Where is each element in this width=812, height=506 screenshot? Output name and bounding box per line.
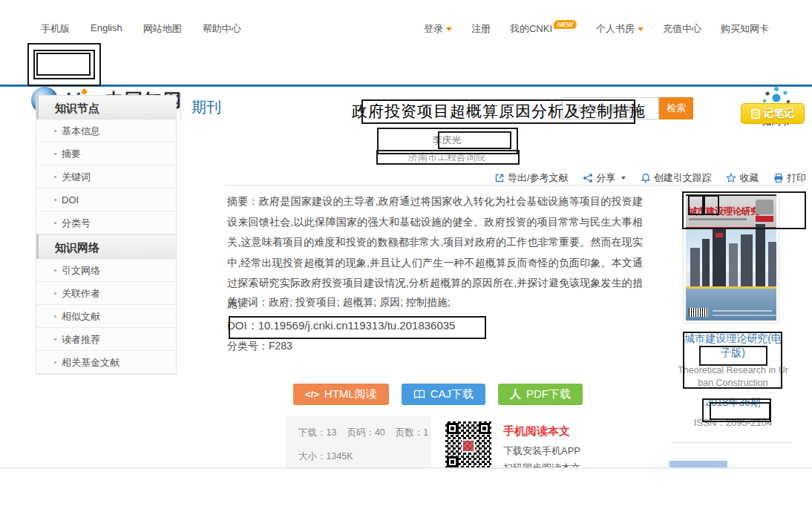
caj-download-button[interactable]: CAJ下载 [402, 384, 485, 405]
site-header: nki 中国知网 cnki.net 期刊 检索 知网节 [0, 41, 812, 85]
citation-alert-link[interactable]: 创建引文跟踪 [641, 171, 712, 185]
nav-recharge[interactable]: 充值中心 [663, 22, 701, 36]
cover-journal-title: 城市建设理论研究 [688, 206, 759, 218]
cover-building [690, 248, 700, 286]
affiliation-link[interactable]: 济南市工程咨询院 [224, 151, 669, 164]
journal-name-english: Theoretical Research in Urban Constructi… [672, 364, 794, 390]
chevron-down-icon [446, 27, 452, 31]
nav-mobile-version[interactable]: 手机版 [41, 22, 70, 36]
cover-caption-line [713, 315, 776, 316]
nav-study-room[interactable]: 个人书房 [596, 22, 644, 36]
nav-buy-card[interactable]: 购买知网卡 [721, 22, 769, 36]
journal-cover[interactable]: 城市建设理论研究 [683, 191, 779, 323]
my-cnki-label: 我的CNKI [510, 23, 552, 34]
keywords-line[interactable]: 关键词：政府; 投资项目; 超概算; 原因; 控制措施; [227, 296, 451, 309]
login-label: 登录 [424, 23, 443, 34]
cover-caption-line [713, 310, 772, 312]
favorite-label: 收藏 [739, 171, 759, 185]
nav-my-cnki[interactable]: 我的CNKINEW [510, 22, 577, 36]
nav-english[interactable]: English [91, 22, 122, 36]
article-action-bar: 导出/参考文献 分享 创建引文跟踪 收藏 打印 [224, 171, 806, 185]
nav-register[interactable]: 注册 [471, 22, 491, 36]
code-icon: </> [305, 389, 319, 400]
journal-issue-link[interactable]: 2018年36期 [672, 396, 794, 410]
sidebar-item-abstract[interactable]: 摘要 [36, 142, 176, 165]
export-icon [494, 173, 505, 183]
cover-building [702, 239, 710, 286]
download-button-row: </> HTML阅读 CAJ下载 人 PDF下载 [293, 384, 583, 405]
stat-downloads: 下载：13 [298, 427, 336, 439]
cover-building [741, 234, 753, 286]
share-link[interactable]: 分享 [583, 171, 626, 185]
html-read-button[interactable]: </> HTML阅读 [293, 384, 389, 405]
citation-alert-label: 创建引文跟踪 [654, 171, 712, 185]
cover-building-sign [716, 233, 723, 237]
journal-name-link[interactable]: 城市建设理论研究(电子版) [672, 332, 794, 360]
header-divider [180, 93, 181, 119]
clc-number-line: 分类号：F283 [227, 340, 292, 353]
doi-line: DOI：10.19569/j.cnki.cn119313/tu.20183603… [227, 319, 455, 333]
take-note-button[interactable]: 记笔记 [741, 103, 805, 124]
pdf-download-button[interactable]: 人 PDF下载 [498, 384, 583, 405]
take-note-label: 记笔记 [764, 107, 795, 120]
viewport-cut-mask [0, 469, 812, 506]
sidebar-group-knowledge-network: 知识网络 [36, 234, 176, 259]
pdf-download-label: PDF下载 [526, 387, 571, 401]
star-icon [726, 173, 736, 183]
mobile-read-title: 手机阅读本文 [503, 424, 570, 438]
print-link[interactable]: 打印 [773, 171, 806, 185]
bell-icon [641, 173, 651, 183]
journal-column-divider [672, 442, 792, 443]
notebook-icon [751, 109, 760, 119]
mobile-read-line1: 下载安装手机APP [503, 444, 580, 458]
pdf-reader-icon: 人 [510, 387, 521, 401]
stat-page: 页码：40 [347, 427, 384, 439]
sidebar-item-reader-recommend[interactable]: 读者推荐 [36, 328, 176, 351]
cover-building [756, 224, 765, 286]
caj-download-label: CAJ下载 [430, 387, 474, 401]
qr-center-stamp [462, 439, 475, 453]
cover-building [768, 242, 776, 286]
cnki-article-page: 手机版 English 网站地图 帮助中心 登录 注册 我的CNKINEW 个人… [0, 0, 812, 506]
stat-pages: 页数：1 [396, 427, 428, 439]
share-label: 分享 [596, 171, 615, 185]
cover-subtitle-bar [689, 218, 747, 220]
article-stats-box: 下载：13 页码：40 页数：1 大小：1345K [286, 416, 431, 469]
sidebar-item-similar-literature[interactable]: 相似文献 [36, 305, 176, 328]
header-accent-line [0, 85, 812, 87]
sidebar-item-keywords[interactable]: 关键词 [36, 165, 176, 188]
sidebar-item-clc[interactable]: 分类号 [36, 211, 176, 234]
cover-logo-icon [756, 200, 773, 214]
qr-finder-icon [447, 423, 458, 434]
chevron-down-icon [638, 27, 644, 31]
sidebar-item-citation-network[interactable]: 引文网络 [36, 259, 176, 282]
nav-help-center[interactable]: 帮助中心 [203, 22, 241, 36]
journal-info-column: 城市建设理论研究(电子版) Theoretical Research in Ur… [672, 332, 794, 430]
nav-login[interactable]: 登录 [424, 22, 452, 36]
favorite-link[interactable]: 收藏 [726, 171, 759, 185]
html-read-label: HTML阅读 [324, 387, 377, 401]
share-icon [583, 173, 593, 183]
cover-issue-mark [756, 216, 773, 222]
export-reference-link[interactable]: 导出/参考文献 [494, 171, 569, 185]
qr-finder-icon [447, 456, 458, 467]
dotted-divider [224, 185, 806, 185]
top-utility-nav: 手机版 English 网站地图 帮助中心 登录 注册 我的CNKINEW 个人… [0, 22, 812, 39]
sidebar: 知识节点 基本信息 摘要 关键词 DOI 分类号 知识网络 引文网络 关联作者 … [36, 95, 177, 375]
study-room-label: 个人书房 [596, 23, 635, 34]
sidebar-item-basic-info[interactable]: 基本信息 [36, 119, 176, 142]
sidebar-item-related-funds[interactable]: 相关基金文献 [36, 351, 176, 374]
qr-finder-icon [479, 423, 490, 434]
journal-issn: ISSN：2095-2104 [672, 416, 794, 430]
chevron-down-icon [621, 177, 626, 180]
clipped-link-artifact [669, 461, 727, 467]
nav-sitemap[interactable]: 网站地图 [143, 22, 182, 36]
printer-icon [773, 173, 784, 183]
cover-building [729, 243, 738, 286]
article-title: 政府投资项目超概算原因分析及控制措施 [224, 101, 773, 122]
print-label: 打印 [787, 171, 806, 185]
sidebar-item-related-authors[interactable]: 关联作者 [36, 282, 176, 305]
author-link[interactable]: 李庆光 [224, 134, 669, 147]
sidebar-item-doi[interactable]: DOI [36, 188, 176, 211]
cover-barcode [689, 308, 708, 317]
